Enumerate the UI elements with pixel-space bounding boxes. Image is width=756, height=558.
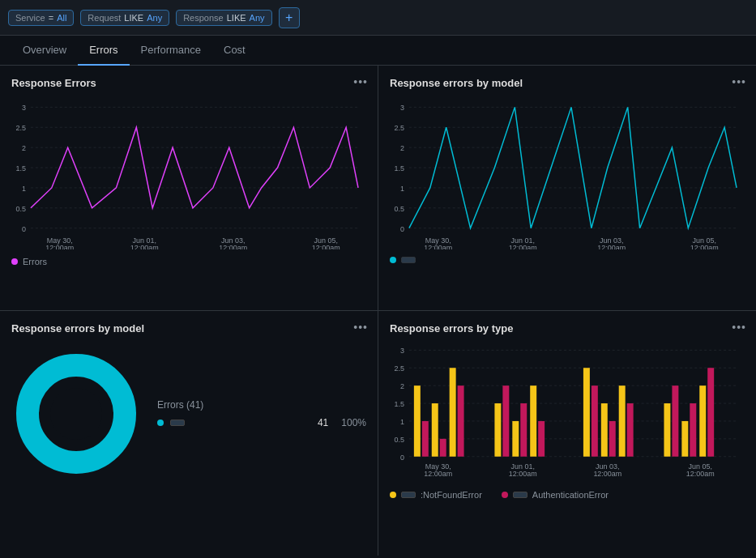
chart-response-errors-by-type: 3 2.5 2 1.5 1 0.5 0: [390, 341, 745, 485]
svg-text:12:00am: 12:00am: [312, 244, 340, 249]
svg-point-45: [50, 388, 102, 440]
donut-legend-rect: [170, 420, 185, 426]
svg-text:12:00am: 12:00am: [593, 470, 621, 478]
panel-menu-errors-by-model-donut[interactable]: •••: [353, 321, 368, 334]
svg-rect-69: [520, 403, 527, 457]
filter-val-response: Any: [250, 13, 265, 23]
svg-rect-64: [450, 368, 456, 457]
svg-text:0.5: 0.5: [394, 205, 404, 213]
svg-rect-63: [440, 439, 446, 457]
svg-text:2: 2: [22, 144, 26, 152]
svg-text:12:00am: 12:00am: [45, 244, 74, 249]
svg-rect-83: [707, 368, 714, 457]
svg-text:1.5: 1.5: [15, 164, 25, 173]
donut-legend-row: 41 100%: [157, 417, 366, 428]
tab-errors[interactable]: Errors: [78, 36, 129, 66]
filter-service[interactable]: Service = All: [8, 10, 74, 26]
legend-rect-auth: [513, 492, 527, 498]
svg-rect-70: [530, 385, 536, 457]
filter-key-request: Request: [88, 13, 121, 23]
svg-rect-82: [699, 385, 706, 457]
svg-text:0.5: 0.5: [394, 436, 404, 444]
svg-rect-71: [538, 421, 545, 457]
add-filter-button[interactable]: +: [279, 7, 300, 28]
tab-cost[interactable]: Cost: [212, 36, 257, 66]
svg-text:12:00am: 12:00am: [130, 244, 159, 249]
panel-response-errors-by-type: Response errors by type ••• 3 2.5 2 1.5 …: [378, 311, 756, 556]
svg-text:0: 0: [22, 225, 26, 233]
donut-legend-table: Errors (41) 41 100%: [157, 399, 366, 428]
filter-key-response: Response: [183, 13, 224, 23]
svg-rect-76: [619, 385, 626, 457]
legend-response-errors: Errors: [11, 257, 366, 266]
svg-text:1.5: 1.5: [394, 164, 404, 173]
svg-text:12:00am: 12:00am: [686, 470, 715, 478]
panel-menu-response-errors[interactable]: •••: [353, 75, 368, 88]
svg-text:2.5: 2.5: [15, 124, 25, 132]
panel-title-response-errors-by-type: Response errors by type: [390, 322, 745, 334]
panel-response-errors: Response Errors ••• 3 2.5 2 1.5 1 0.5 0: [0, 66, 378, 310]
tab-performance[interactable]: Performance: [130, 36, 212, 66]
svg-rect-74: [601, 403, 608, 457]
donut-legend-dot: [157, 420, 164, 426]
svg-text:1: 1: [22, 185, 26, 193]
svg-rect-78: [664, 403, 670, 457]
svg-text:3: 3: [22, 104, 26, 112]
svg-text:12:00am: 12:00am: [690, 244, 719, 249]
svg-text:0.5: 0.5: [15, 205, 25, 213]
svg-rect-72: [583, 368, 590, 457]
donut-pct: 100%: [341, 417, 366, 428]
dashboard: Response Errors ••• 3 2.5 2 1.5 1 0.5 0: [0, 66, 756, 556]
filter-op-response: LIKE: [227, 13, 246, 23]
svg-rect-65: [458, 385, 464, 457]
svg-rect-77: [627, 403, 634, 457]
filter-val-service: All: [57, 13, 66, 23]
svg-rect-67: [502, 385, 509, 457]
chart-response-errors: 3 2.5 2 1.5 1 0.5 0 May 30,: [11, 96, 366, 252]
svg-text:1: 1: [400, 185, 404, 193]
filter-op-request: LIKE: [124, 13, 143, 23]
svg-text:12:00am: 12:00am: [424, 244, 452, 249]
svg-rect-79: [672, 385, 678, 457]
svg-text:2.5: 2.5: [394, 364, 404, 373]
panel-title-response-errors-by-model-line: Response errors by model: [390, 77, 745, 89]
panel-title-response-errors: Response Errors: [11, 77, 366, 89]
legend-rect-notfound: [401, 492, 416, 498]
filter-response[interactable]: Response LIKE Any: [176, 10, 271, 26]
filter-op-service: =: [49, 13, 53, 23]
tab-overview[interactable]: Overview: [11, 36, 78, 66]
legend-label-errors: Errors: [23, 257, 47, 266]
filter-request[interactable]: Request LIKE Any: [80, 10, 169, 26]
svg-text:1: 1: [400, 418, 404, 426]
svg-text:12:00am: 12:00am: [597, 244, 626, 249]
svg-text:3: 3: [400, 104, 404, 112]
donut-content: Errors (41) 41 100%: [11, 341, 366, 479]
legend-dot-model: [390, 257, 396, 263]
svg-text:1.5: 1.5: [394, 400, 404, 408]
svg-rect-68: [512, 421, 519, 457]
chart-response-errors-by-model-line: 3 2.5 2 1.5 1 0.5 0 May 30, 12:00am Jun …: [390, 96, 745, 252]
svg-rect-81: [690, 403, 696, 457]
svg-rect-73: [592, 385, 598, 457]
panel-title-response-errors-by-model-donut: Response errors by model: [11, 322, 366, 334]
svg-text:2: 2: [400, 382, 404, 390]
svg-text:2.5: 2.5: [394, 124, 404, 132]
panel-menu-errors-by-model-line[interactable]: •••: [732, 75, 746, 88]
donut-count: 41: [318, 417, 328, 428]
svg-rect-75: [609, 421, 616, 457]
filter-key-service: Service: [15, 13, 45, 23]
tabs: Overview Errors Performance Cost: [0, 36, 756, 66]
svg-text:0: 0: [400, 454, 404, 462]
svg-text:12:00am: 12:00am: [509, 244, 537, 249]
svg-rect-80: [681, 421, 688, 457]
svg-text:3: 3: [400, 347, 404, 355]
legend-rect-model: [401, 257, 416, 263]
svg-text:0: 0: [400, 225, 404, 233]
donut-chart: [11, 349, 141, 479]
svg-rect-66: [494, 403, 501, 457]
svg-text:12:00am: 12:00am: [219, 244, 247, 249]
svg-text:12:00am: 12:00am: [509, 470, 537, 478]
svg-text:2: 2: [400, 144, 404, 152]
filter-val-request: Any: [147, 13, 162, 23]
panel-menu-errors-by-type[interactable]: •••: [732, 321, 746, 334]
